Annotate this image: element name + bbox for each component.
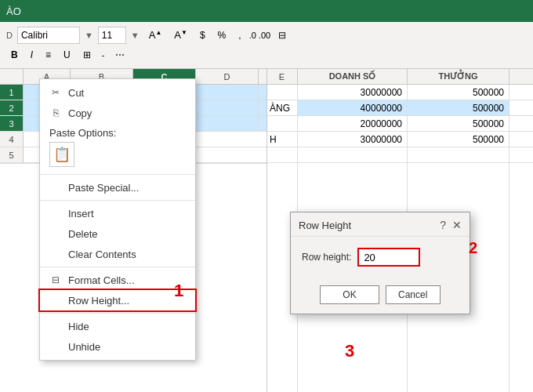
insert-icon <box>49 207 62 220</box>
right-r3-e <box>266 116 298 131</box>
paste-special-icon <box>49 181 62 194</box>
cell-d1 <box>196 85 259 100</box>
ribbon-row2: B I ≡ U ⊞ - ⋯ <box>6 46 527 64</box>
shrink-font-btn[interactable]: A▼ <box>169 27 192 44</box>
dialog-buttons: OK Cancel <box>291 285 470 314</box>
separator2: ▼ <box>129 31 141 40</box>
separator1: ▼ <box>83 31 95 40</box>
hide-label: Hide <box>68 321 89 332</box>
paste-icon-row: 📋 <box>40 140 195 172</box>
percent-btn[interactable]: % <box>213 27 231 44</box>
menu-item-insert[interactable]: Insert <box>40 203 195 223</box>
wrap-btn[interactable]: ⊟ <box>274 27 291 44</box>
menu-item-copy[interactable]: ⎘ Copy <box>40 103 195 123</box>
menu-item-delete[interactable]: Delete <box>40 223 195 244</box>
merge-btn[interactable]: ⊞ <box>78 46 96 64</box>
row-height-icon <box>49 294 62 307</box>
menu-item-cut[interactable]: ✂ Cut <box>40 82 195 103</box>
font-color-btn[interactable]: U <box>59 46 75 64</box>
right-r3-doanh-so: 20000000 <box>298 116 408 131</box>
italic-btn[interactable]: I <box>26 46 38 64</box>
dialog-help-btn[interactable]: ? <box>440 219 446 231</box>
cell-d3 <box>196 116 259 132</box>
right-row-4: H 30000000 500000 <box>266 132 533 147</box>
col-headers-right: E DOANH SỐ THƯỞNG <box>266 69 533 85</box>
menu-item-paste-special[interactable]: Paste Special... <box>40 177 195 198</box>
menu-item-paste-options: Paste Options: <box>40 123 195 140</box>
dialog-body: Row height: <box>291 237 470 285</box>
unhide-icon <box>49 340 62 353</box>
dialog-ok-button[interactable]: OK <box>320 285 379 304</box>
right-r5-e <box>266 147 298 162</box>
dialog-close-btn[interactable]: ✕ <box>452 219 462 231</box>
right-row-1: 30000000 500000 <box>266 85 533 100</box>
col-e-header: E <box>266 69 298 84</box>
cell-d2 <box>196 100 259 116</box>
right-r4-thuong: 500000 <box>408 132 509 147</box>
col-d-header-left: D <box>196 69 259 84</box>
insert-label: Insert <box>68 208 94 220</box>
dialog-title-controls: ? ✕ <box>440 219 462 231</box>
ribbon: D ▼ ▼ A▲ A▼ $ % , .0 .00 ⊟ B I ≡ U ⊞ - ⋯ <box>0 22 533 69</box>
paste-icon-btn[interactable]: 📋 <box>49 142 74 167</box>
font-select[interactable] <box>17 27 80 44</box>
menu-item-clear-contents[interactable]: Clear Contents <box>40 244 195 264</box>
separator-2 <box>40 267 195 267</box>
delete-label: Delete <box>68 228 98 240</box>
right-r2-e: ÀNG <box>266 100 298 115</box>
right-r1-thuong: 500000 <box>408 85 509 100</box>
spreadsheet: ÀO D ▼ ▼ A▲ A▼ $ % , .0 .00 ⊟ B I ≡ U ⊞ … <box>0 0 533 392</box>
right-r3-thuong: 500000 <box>408 116 509 131</box>
right-r4-e: H <box>266 132 298 147</box>
row-height-dialog: Row Height ? ✕ Row height: OK Cancel <box>290 212 470 314</box>
right-r4-doanh-so: 30000000 <box>298 132 408 147</box>
menu-item-format-cells[interactable]: ⊟ Format Cells... <box>40 270 195 290</box>
more-btn[interactable]: ⋯ <box>111 46 129 64</box>
dialog-row-height-input[interactable] <box>357 248 420 267</box>
annotation-3: 3 <box>345 341 354 361</box>
menu-item-hide[interactable]: Hide <box>40 316 195 336</box>
clear-icon <box>49 248 62 260</box>
right-row-2: ÀNG 40000000 500000 <box>266 100 533 116</box>
bold-btn[interactable]: B <box>6 46 23 64</box>
right-r5-thuong <box>408 147 509 162</box>
grid-divider <box>266 69 267 392</box>
copy-label: Copy <box>68 107 92 119</box>
separator-1 <box>40 200 195 201</box>
right-r2-doanh-so: 40000000 <box>298 100 408 115</box>
font-size-input[interactable] <box>98 27 126 44</box>
grow-font-btn[interactable]: A▲ <box>144 27 167 44</box>
ribbon-row1: D ▼ ▼ A▲ A▼ $ % , .0 .00 ⊟ <box>6 27 527 44</box>
clear-label: Clear Contents <box>68 249 136 260</box>
row-2-num-left: 2 <box>0 100 24 115</box>
right-row-5 <box>266 147 533 163</box>
hide-icon <box>49 320 62 332</box>
right-r1-e <box>266 85 298 100</box>
dialog-field-row: Row height: <box>302 248 459 267</box>
row-5-num-left: 5 <box>0 147 24 162</box>
dialog-title: Row Height <box>299 220 351 231</box>
annotation-2: 2 <box>469 239 477 257</box>
dialog-cancel-button[interactable]: Cancel <box>386 285 441 304</box>
col-doanh-so-header: DOANH SỐ <box>298 69 408 84</box>
context-menu: ✂ Cut ⎘ Copy Paste Options: 📋 Paste Spec… <box>39 78 196 361</box>
file-title: ÀO <box>6 5 21 17</box>
number-format: - <box>99 50 108 60</box>
menu-item-unhide[interactable]: Unhide <box>40 336 195 357</box>
right-r5-doanh-so <box>298 147 408 162</box>
separator-3 <box>40 313 195 314</box>
row-num-header-left <box>0 69 24 84</box>
align-btn[interactable]: ≡ <box>41 46 56 64</box>
format-icon: ⊟ <box>49 274 62 286</box>
row-3-num-left: 3 <box>0 116 24 131</box>
currency-btn[interactable]: $ <box>195 27 210 44</box>
comma-btn[interactable]: , <box>234 27 245 44</box>
unhide-label: Unhide <box>68 341 100 353</box>
right-r2-thuong: 500000 <box>408 100 509 115</box>
dialog-title-bar: Row Height ? ✕ <box>291 212 470 237</box>
col-thuong-header: THƯỞNG <box>408 69 509 84</box>
menu-item-row-height[interactable]: Row Height... <box>40 290 195 310</box>
dec-inc: .0 .00 <box>249 31 271 40</box>
title-bar: ÀO <box>0 0 533 22</box>
cut-label: Cut <box>68 87 84 99</box>
